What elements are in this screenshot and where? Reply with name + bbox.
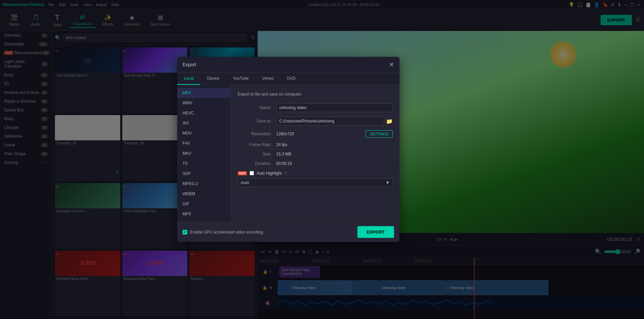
export-tab-dvd[interactable]: DVD [280, 73, 302, 85]
format-gif[interactable]: GIF [177, 199, 231, 209]
export-tab-vimeo[interactable]: Vimeo [256, 73, 281, 85]
export-body: MP4 WMV HEVC AVI MOV F4V MKV TS 3GP MPEG… [177, 85, 399, 222]
auto-highlight-row: HOT Auto Highlight ? [238, 171, 393, 176]
hot-badge-highlight: HOT [238, 171, 247, 175]
resolution-value: 1280x720 [276, 132, 362, 136]
name-input[interactable] [276, 103, 393, 112]
export-close-button[interactable]: ✕ [389, 61, 394, 68]
duration-label: Duration: [238, 161, 271, 166]
export-dropdown[interactable]: Auto ▼ [238, 178, 393, 187]
export-tabs: Local Device YouTube Vimeo DVD [177, 73, 399, 85]
export-tab-device[interactable]: Device [200, 73, 226, 85]
frame-rate-row: Frame Rate: 24 fps [238, 142, 393, 147]
duration-row: Duration: 00:00:15 [238, 161, 393, 166]
export-dialog: Export ✕ Local Device YouTube Vimeo DVD … [177, 57, 399, 242]
export-description: Export to file and save on computer [238, 92, 393, 97]
export-overlay: Export ✕ Local Device YouTube Vimeo DVD … [0, 0, 644, 319]
export-main-button[interactable]: EXPORT [357, 226, 394, 238]
resolution-label: Resolution: [238, 132, 271, 136]
format-mp4[interactable]: MP4 [177, 88, 231, 98]
gpu-label: Enable GPU accelerated video encoding. [190, 230, 264, 235]
format-avi[interactable]: AVI [177, 118, 231, 128]
format-mpeg2[interactable]: MPEG-2 [177, 179, 231, 189]
name-row: Name: [238, 103, 393, 112]
folder-browse-button[interactable]: 📁 [386, 118, 393, 125]
format-mp3[interactable]: MP3 [177, 209, 231, 219]
export-footer: Enable GPU accelerated video encoding. E… [177, 222, 399, 242]
export-dialog-title: Export [183, 62, 196, 67]
export-header: Export ✕ [177, 57, 399, 73]
settings-button[interactable]: SETTINGS [365, 130, 393, 138]
dropdown-arrow-icon: ▼ [386, 180, 390, 185]
format-mkv[interactable]: MKV [177, 148, 231, 158]
frame-rate-value: 24 fps [276, 142, 393, 147]
format-mov[interactable]: MOV [177, 128, 231, 138]
format-webm[interactable]: WEBM [177, 189, 231, 199]
auto-highlight-checkbox[interactable] [250, 171, 254, 175]
format-hevc[interactable]: HEVC [177, 108, 231, 118]
frame-rate-label: Frame Rate: [238, 142, 271, 147]
format-wmv[interactable]: WMV [177, 98, 231, 108]
save-to-row: Save to: 📁 [238, 117, 393, 126]
export-tab-youtube[interactable]: YouTube [226, 73, 255, 85]
auto-highlight-label: Auto Highlight [257, 171, 282, 176]
format-f4v[interactable]: F4V [177, 138, 231, 148]
gpu-checkbox[interactable] [183, 230, 187, 235]
format-3gp[interactable]: 3GP [177, 169, 231, 179]
resolution-row: Resolution: 1280x720 SETTINGS [238, 130, 393, 138]
size-row: Size: 15.3 MB [238, 152, 393, 156]
name-label: Name: [238, 105, 271, 110]
dropdown-value: Auto [241, 180, 249, 185]
size-value: 15.3 MB [276, 152, 393, 156]
save-to-input[interactable] [276, 117, 384, 126]
help-icon[interactable]: ? [285, 171, 287, 176]
size-label: Size: [238, 152, 271, 156]
format-list: MP4 WMV HEVC AVI MOV F4V MKV TS 3GP MPEG… [177, 85, 231, 222]
format-ts[interactable]: TS [177, 158, 231, 169]
format-settings: Export to file and save on computer Name… [231, 85, 399, 222]
export-tab-local[interactable]: Local [177, 73, 200, 85]
duration-value: 00:00:15 [276, 161, 393, 166]
save-to-label: Save to: [238, 119, 271, 123]
